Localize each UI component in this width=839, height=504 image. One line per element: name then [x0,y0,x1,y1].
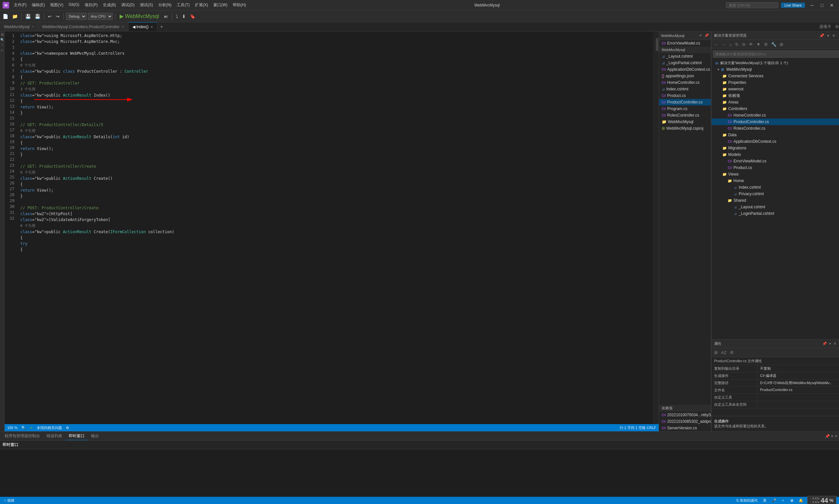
code-line[interactable]: class="kw">using Microsoft.AspNetCore.Mv… [18,39,653,44]
prop-arrow-icon[interactable]: ▾ [829,342,831,345]
code-line[interactable]: { [18,74,653,80]
code-line[interactable] [18,116,653,122]
code-line[interactable] [18,199,653,205]
mic-icon[interactable]: 🎤 [770,499,778,503]
tree-item--loginpartial-cshtml[interactable]: ⊿_LoginPartial.cshtml [712,210,839,217]
add-tab-button[interactable]: + [157,24,165,30]
platform-select[interactable]: Any CPU [88,13,113,20]
se-settings-btn[interactable]: ⚙ [763,41,769,48]
attach-btn[interactable]: ⏯ [162,13,170,20]
code-line[interactable]: 3 个引用 class="kw">public ActionResult Ind… [18,86,653,98]
file-list-item[interactable]: {}appsettings.json [659,73,711,79]
menu-item[interactable]: 视图(V) [48,2,65,8]
prop-close-icon[interactable]: ✕ [834,342,836,345]
bottom-tab-即时窗口[interactable]: 即时窗口 [66,432,88,440]
solution-root[interactable]: 🗂解决方案'WebMvcMysql'(1 个项目/共 1 个) [712,59,839,66]
tree-item-connected-services[interactable]: 📁Connected Services [712,73,839,79]
save-btn[interactable]: 💾 [24,13,32,20]
open-folder-btn[interactable]: 📁 [11,13,19,20]
menu-item[interactable]: Git(G) [67,2,81,8]
tree-item-index-cshtml[interactable]: ⊿Index.cshtml [712,184,839,191]
activity-git-icon[interactable]: ⑂ [0,43,4,47]
tree-item-product-cs[interactable]: C#Product.cs [712,164,839,171]
file-list-item[interactable]: ⊞WebMvcMysql.csproj [659,125,711,132]
tree-item-rolescontroller-cs[interactable]: C#RolesController.cs [712,125,839,132]
file-list-item[interactable]: C#Program.cs [659,105,711,112]
bottom-tab-输出[interactable]: 输出 [88,432,102,440]
tree-item-homecontroller-cs[interactable]: C#HomeController.cs [712,112,839,119]
code-line[interactable]: class="kw2">[ValidateAntiForgeryToken] [18,217,653,223]
tree-item-data[interactable]: 📁Data [712,132,839,138]
tree-item-models[interactable]: 📁Models [712,151,839,158]
activity-search-icon[interactable]: 🔍 [0,38,4,42]
se-search-input[interactable] [713,50,839,58]
redo-btn[interactable]: ↪ [54,13,61,20]
se-arrow-icon[interactable]: ▾ [826,33,830,38]
file-list-item[interactable]: C#HomeController.cs [659,79,711,86]
se-tool3-btn[interactable]: ⊞ [779,41,785,48]
prop-alpha-btn[interactable]: AZ [720,349,728,356]
tree-item--layout-cshtml[interactable]: ⊿_Layout.cshtml [712,204,839,210]
code-line[interactable] [18,44,653,50]
menu-item[interactable]: 分析(N) [156,2,174,8]
menu-item[interactable]: 调试(D) [119,2,137,8]
code-line[interactable]: class="kw">using Microsoft.AspNetCore.Ht… [18,33,653,39]
file-list-item[interactable]: C#ApplicationDbContext.cs [659,66,711,73]
tab-close-1[interactable]: ✕ [122,25,124,29]
bookmark-btn[interactable]: 🔖 [189,13,197,20]
code-content[interactable]: class="kw">using Microsoft.AspNetCore.Ht… [18,32,653,424]
code-line[interactable]: return View(); [18,146,653,151]
error-view-file-item[interactable]: C# ErrorViewModel.cs [659,40,711,47]
activity-debug-icon[interactable]: ▷ [0,49,4,52]
tab-menu-btn[interactable]: ⚙ [835,24,839,29]
project-item[interactable]: ▼⊞WebMvcMysql [712,66,839,73]
tree-item----[interactable]: 📁依赖项 [712,92,839,99]
scrollbar-thumb[interactable] [656,38,659,51]
code-line[interactable]: // GET: ProductController/Create [18,163,653,169]
tab-index-method[interactable]: ◀ Index() ✕ [128,22,158,32]
code-line[interactable]: class="kw2">[HttpPost] [18,211,653,217]
theme-icon[interactable]: 🖥 [788,499,795,502]
maximize-button[interactable]: □ [817,2,826,8]
code-line[interactable]: return View(); [18,104,653,110]
code-line[interactable]: { [18,181,653,187]
code-line[interactable] [18,158,653,163]
se-filter-btn[interactable]: ▼ [755,41,762,48]
se-refresh-btn[interactable]: ↻ [734,41,740,48]
menu-item[interactable]: 扩展(X) [193,2,210,8]
step-over-btn[interactable]: ⤵ [174,13,179,20]
tree-item-privacy-cshtml[interactable]: ⊿Privacy.cshtml [712,191,839,197]
se-home-btn[interactable]: ⌂ [728,41,733,48]
file-list-item[interactable]: ⊿_Layout.cshtml [659,53,711,59]
tab-options[interactable]: 选项卡 [817,24,834,30]
new-file-btn[interactable]: 📄 [1,13,10,20]
menu-item[interactable]: 帮助(H) [231,2,248,8]
bottom-tab-错误列表[interactable]: 错误列表 [43,432,66,440]
se-back-btn[interactable]: ← [713,41,720,48]
notifications-icon[interactable]: 🔔 [798,499,805,503]
tab-close-0[interactable]: ✕ [32,25,34,29]
tree-item-applicationdbcontext-cs[interactable]: C#ApplicationDbContext.cs [712,138,839,145]
tree-item-wwwroot[interactable]: 📁wwwroot [712,86,839,92]
activity-explore-icon[interactable]: ⊞ [0,33,4,37]
code-line[interactable]: { [18,56,653,62]
minimize-button[interactable]: ─ [807,2,817,8]
se-tool2-btn[interactable]: 🔧 [770,41,778,48]
code-line[interactable]: return View(); [18,187,653,193]
zoom-icon[interactable]: 🔍 [21,426,26,430]
menu-item[interactable]: 编辑(E) [30,2,47,8]
language-select[interactable]: 英 [762,498,768,503]
editor-scrollbar[interactable] [656,32,659,424]
bottom-pin-icon[interactable]: 📌 [825,434,830,438]
debug-config-select[interactable]: Debug [66,13,87,20]
prop-pin-icon[interactable]: 📌 [822,342,827,345]
code-line[interactable]: } [18,151,653,158]
migration-file-item[interactable]: C#ServerVersion.cs [659,425,711,431]
run-button[interactable]: ▶ WebMvcMysql [118,13,161,20]
code-line[interactable]: { [18,98,653,104]
code-line[interactable]: } [18,193,653,199]
menu-item[interactable]: 项目(P) [83,2,100,8]
file-list-item[interactable]: ⊿_LoginPartial.cshtml [659,59,711,66]
file-list-item[interactable]: C#ProductController.cs [659,99,711,105]
se-forward-btn[interactable]: → [720,41,727,48]
